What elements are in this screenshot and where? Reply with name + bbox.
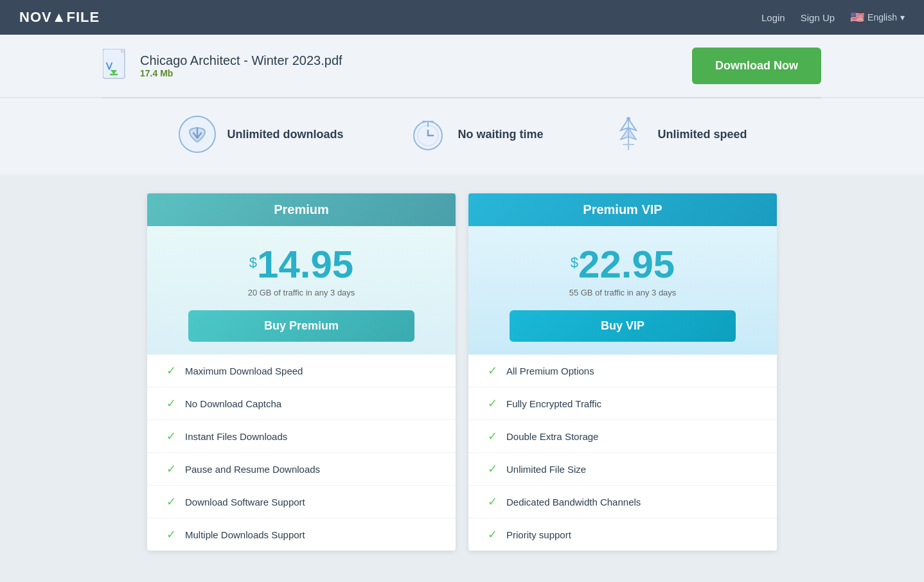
login-link[interactable]: Login — [761, 12, 785, 23]
feature-label: Pause and Resume Downloads — [185, 464, 320, 475]
feature-label: Multiple Downloads Support — [185, 529, 305, 540]
feature-label: Priority support — [506, 529, 571, 540]
feature-unlimited-downloads: Unlimited downloads — [177, 114, 343, 155]
file-icon — [103, 49, 131, 84]
feature-label: Double Extra Storage — [506, 431, 598, 442]
premium-dollar-sign: $ — [249, 254, 257, 271]
vip-price-area: $ 22.95 55 GB of traffic in any 3 days B… — [468, 226, 777, 355]
premium-price: 14.95 — [257, 245, 353, 284]
feature-label: Download Software Support — [185, 497, 305, 507]
list-item: ✓ Unlimited File Size — [468, 452, 777, 485]
vip-card-header: Premium VIP — [468, 193, 777, 226]
check-icon: ✓ — [166, 429, 176, 443]
unlimited-downloads-label: Unlimited downloads — [227, 128, 343, 141]
list-item: ✓ Fully Encrypted Traffic — [468, 387, 777, 419]
list-item: ✓ Instant Files Downloads — [147, 419, 456, 452]
premium-card: Premium $ 14.95 20 GB of traffic in any … — [147, 193, 456, 551]
check-icon: ✓ — [488, 429, 497, 443]
language-label: English — [867, 12, 897, 22]
premium-price-area: $ 14.95 20 GB of traffic in any 3 days B… — [147, 226, 456, 355]
file-details: Chicago Architect - Winter 2023.pdf 17.4… — [140, 53, 342, 78]
check-icon: ✓ — [166, 462, 176, 476]
check-icon: ✓ — [166, 527, 176, 542]
svg-point-15 — [626, 117, 630, 121]
download-now-button[interactable]: Download Now — [692, 48, 821, 84]
check-icon: ✓ — [488, 396, 497, 410]
file-name: Chicago Architect - Winter 2023.pdf — [140, 53, 342, 68]
vip-price: 22.95 — [578, 245, 675, 284]
check-icon: ✓ — [488, 462, 497, 476]
check-icon: ✓ — [166, 495, 176, 509]
vip-dollar-sign: $ — [571, 254, 578, 271]
check-icon: ✓ — [166, 396, 176, 410]
premium-card-header: Premium — [147, 193, 456, 226]
file-size: 17.4 Mb — [140, 68, 342, 78]
list-item: ✓ Maximum Download Speed — [147, 355, 456, 387]
buy-premium-button[interactable]: Buy Premium — [188, 310, 414, 342]
unlimited-downloads-icon — [177, 114, 218, 155]
list-item: ✓ Multiple Downloads Support — [147, 518, 456, 551]
feature-label: Dedicated Bandwidth Channels — [506, 497, 641, 507]
unlimited-speed-icon — [608, 114, 649, 155]
no-waiting-icon — [407, 114, 449, 155]
feature-label: All Premium Options — [506, 366, 594, 376]
file-section: Chicago Architect - Winter 2023.pdf 17.4… — [0, 35, 924, 98]
premium-price-display: $ 14.95 — [160, 245, 443, 284]
list-item: ✓ Download Software Support — [147, 485, 456, 518]
feature-label: Fully Encrypted Traffic — [506, 398, 601, 409]
check-icon: ✓ — [488, 364, 497, 378]
list-item: ✓ No Download Captcha — [147, 387, 456, 419]
list-item: ✓ Dedicated Bandwidth Channels — [468, 485, 777, 518]
vip-price-display: $ 22.95 — [481, 245, 764, 284]
no-waiting-label: No waiting time — [458, 128, 543, 141]
signup-link[interactable]: Sign Up — [801, 12, 835, 23]
buy-vip-button[interactable]: Buy VIP — [510, 310, 736, 342]
feature-label: No Download Captcha — [185, 398, 281, 409]
vip-traffic: 55 GB of traffic in any 3 days — [481, 288, 764, 297]
file-info: Chicago Architect - Winter 2023.pdf 17.4… — [103, 49, 342, 84]
navbar: NOV▲FILE Login Sign Up 🇺🇸 English ▾ — [0, 0, 924, 35]
nav-right: Login Sign Up 🇺🇸 English ▾ — [761, 10, 905, 24]
premium-traffic: 20 GB of traffic in any 3 days — [160, 288, 443, 297]
feature-unlimited-speed: Unlimited speed — [608, 114, 747, 155]
feature-label: Maximum Download Speed — [185, 366, 303, 376]
list-item: ✓ All Premium Options — [468, 355, 777, 387]
language-selector[interactable]: 🇺🇸 English ▾ — [850, 10, 905, 24]
vip-card: Premium VIP $ 22.95 55 GB of traffic in … — [468, 193, 777, 551]
check-icon: ✓ — [488, 495, 497, 509]
feature-label: Instant Files Downloads — [185, 431, 287, 442]
chevron-down-icon: ▾ — [900, 12, 905, 22]
features-row: Unlimited downloads No waiting time — [0, 98, 924, 174]
pricing-section: Premium $ 14.95 20 GB of traffic in any … — [0, 174, 924, 570]
premium-features: ✓ Maximum Download Speed ✓ No Download C… — [147, 355, 456, 551]
feature-no-waiting: No waiting time — [407, 114, 543, 155]
list-item: ✓ Priority support — [468, 518, 777, 551]
vip-features: ✓ All Premium Options ✓ Fully Encrypted … — [468, 355, 777, 551]
flag-icon: 🇺🇸 — [850, 10, 864, 24]
list-item: ✓ Double Extra Storage — [468, 419, 777, 452]
feature-label: Unlimited File Size — [506, 464, 586, 475]
unlimited-speed-label: Unlimited speed — [658, 128, 747, 141]
check-icon: ✓ — [488, 527, 497, 542]
list-item: ✓ Pause and Resume Downloads — [147, 452, 456, 485]
check-icon: ✓ — [166, 364, 176, 378]
site-logo[interactable]: NOV▲FILE — [19, 9, 100, 26]
